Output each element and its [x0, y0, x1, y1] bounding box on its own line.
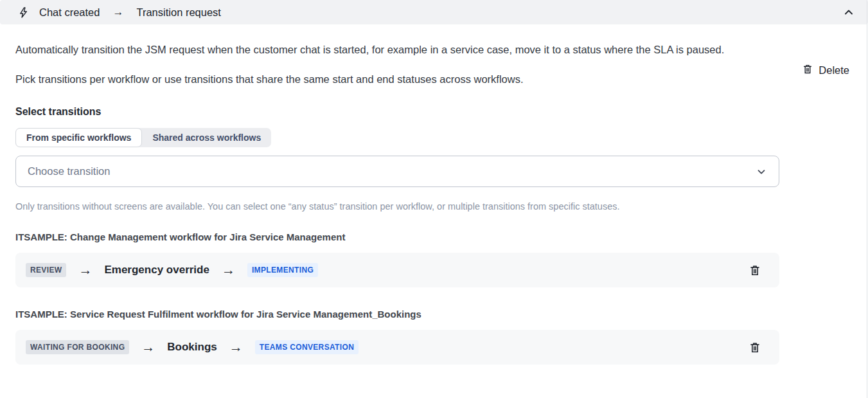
page-right-edge-divider [867, 0, 867, 398]
workflow-name: ITSAMPLE: Service Request Fulfilment wor… [15, 309, 868, 320]
arrow-right-icon: → [222, 262, 235, 278]
choose-transition-select[interactable]: Choose transition [15, 156, 779, 187]
arrow-right-icon: → [229, 339, 243, 355]
arrow-right-icon: → [78, 262, 92, 278]
trash-icon [802, 63, 813, 78]
transition-row: WAITING FOR BOOKING → Bookings → TEAMS C… [15, 330, 779, 365]
rule-description-line1: Automatically transition the JSM request… [15, 41, 772, 59]
chevron-down-icon [756, 166, 767, 177]
automation-bolt-icon [17, 6, 30, 19]
workflow-name: ITSAMPLE: Change Management workflow for… [15, 231, 868, 242]
transition-row: REVIEW → Emergency override → IMPLEMENTI… [15, 253, 779, 287]
transition-name: Bookings [167, 341, 217, 354]
from-status-badge: REVIEW [26, 263, 66, 277]
to-status-badge: IMPLEMENTING [247, 263, 318, 277]
rule-body: Delete Automatically transition the JSM … [0, 24, 868, 365]
to-status-badge: TEAMS CONVERSATION [255, 340, 359, 354]
workflow-mode-tabs: From specific workflows Shared across wo… [15, 128, 271, 147]
transition-name: Emergency override [104, 264, 209, 276]
collapse-chevron-up-icon[interactable] [842, 6, 855, 19]
arrow-right-icon: → [112, 6, 123, 19]
tab-shared-across-workflows[interactable]: Shared across workflows [142, 128, 271, 147]
remove-transition-button[interactable] [746, 338, 764, 357]
arrow-right-icon: → [141, 339, 155, 355]
trigger-label: Chat created [39, 6, 100, 19]
tab-from-specific-workflows[interactable]: From specific workflows [15, 128, 142, 147]
transitions-helper-text: Only transitions without screens are ava… [15, 201, 868, 212]
from-status-badge: WAITING FOR BOOKING [26, 340, 129, 354]
remove-transition-button[interactable] [746, 261, 764, 280]
delete-label: Delete [819, 64, 849, 77]
rule-header[interactable]: Chat created → Transition request [0, 0, 868, 24]
workflow-group-service-request: ITSAMPLE: Service Request Fulfilment wor… [15, 309, 868, 365]
action-label: Transition request [136, 6, 220, 19]
workflow-group-change-management: ITSAMPLE: Change Management workflow for… [15, 231, 868, 287]
select-transitions-heading: Select transitions [15, 106, 868, 118]
rule-description-line2: Pick transitions per workflow or use tra… [15, 70, 772, 88]
select-placeholder: Choose transition [28, 165, 110, 177]
automation-rule-panel: Chat created → Transition request Delete… [0, 0, 868, 365]
delete-rule-button[interactable]: Delete [802, 63, 849, 78]
